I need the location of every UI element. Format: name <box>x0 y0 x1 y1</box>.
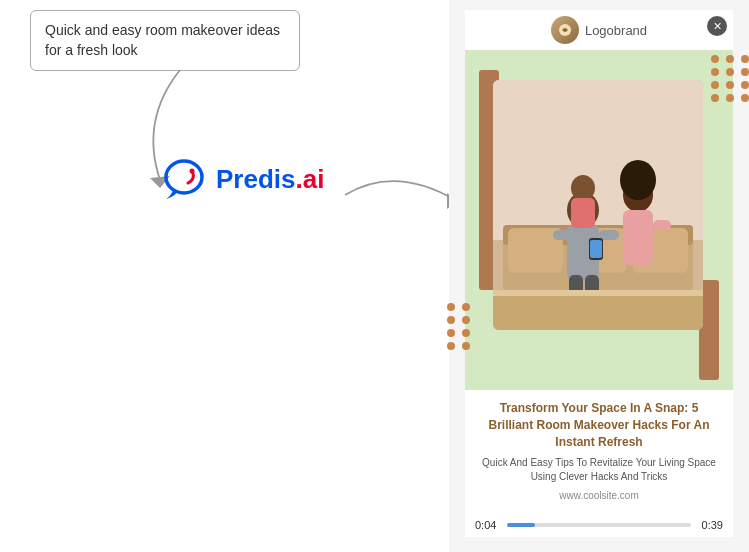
predis-icon <box>160 155 208 203</box>
progress-bar-container: 0:04 0:39 <box>465 515 733 537</box>
left-panel: Quick and easy room makeover ideas for a… <box>0 0 450 552</box>
svg-rect-29 <box>493 290 703 296</box>
svg-rect-25 <box>653 220 671 230</box>
progress-fill <box>507 523 535 527</box>
svg-rect-27 <box>590 240 602 258</box>
arrow-right-icon <box>335 155 465 235</box>
dots-top-right <box>711 55 749 102</box>
photo-frame <box>493 80 703 330</box>
family-photo <box>493 80 703 330</box>
time-end: 0:39 <box>699 519 723 531</box>
card-container: Logobrand ✕ <box>465 10 733 537</box>
time-start: 0:04 <box>475 519 499 531</box>
predis-logo: Predis.ai <box>160 155 324 203</box>
card-subtitle: Quick And Easy Tips To Revitalize Your L… <box>479 456 719 484</box>
predis-ai: .ai <box>296 164 325 194</box>
logo-brand-label: Logobrand <box>585 23 647 38</box>
svg-point-23 <box>620 160 656 200</box>
card-url: www.coolsite.com <box>479 490 719 501</box>
card-text-area: Transform Your Space In A Snap: 5 Brilli… <box>465 390 733 515</box>
logo-circle <box>551 16 579 44</box>
svg-rect-24 <box>623 210 653 265</box>
tooltip-text: Quick and easy room makeover ideas for a… <box>45 22 280 58</box>
svg-point-2 <box>190 169 195 174</box>
predis-brand-text: Predis.ai <box>216 164 324 195</box>
right-panel: Logobrand ✕ <box>449 0 749 552</box>
svg-rect-28 <box>493 295 703 330</box>
brand-logo-icon <box>557 22 573 38</box>
predis-word: Predis <box>216 164 296 194</box>
svg-rect-21 <box>571 198 595 228</box>
logo-brand-area: Logobrand <box>551 16 647 44</box>
progress-bar[interactable] <box>507 523 691 527</box>
card-visual <box>465 50 733 390</box>
svg-rect-15 <box>599 230 619 240</box>
svg-point-1 <box>166 161 202 193</box>
card-topbar: Logobrand ✕ <box>465 10 733 50</box>
svg-rect-14 <box>553 230 573 240</box>
card-title: Transform Your Space In A Snap: 5 Brilli… <box>479 400 719 450</box>
close-button[interactable]: ✕ <box>707 16 727 36</box>
svg-point-20 <box>571 175 595 201</box>
dots-bottom-left <box>447 303 472 350</box>
